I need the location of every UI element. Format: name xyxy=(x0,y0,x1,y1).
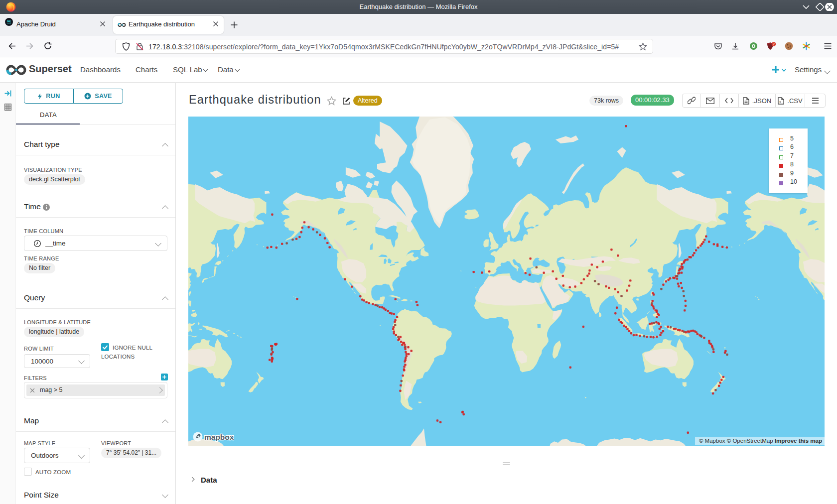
svg-text:x: x xyxy=(780,100,782,104)
svg-text:mapbox: mapbox xyxy=(204,433,234,441)
svg-text:2: 2 xyxy=(773,42,775,46)
